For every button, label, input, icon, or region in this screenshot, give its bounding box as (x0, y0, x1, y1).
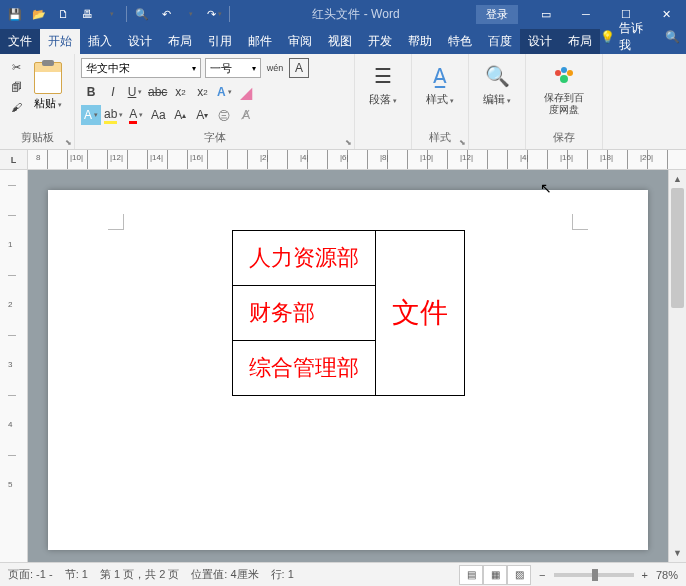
print-icon[interactable]: 🖶 (76, 3, 98, 25)
view-web-icon[interactable]: ▨ (507, 565, 531, 585)
document-area: — — 1 — 2 — 3 — 4 — 5 人力资源部 文件 财务部 综合管理部 (0, 170, 686, 562)
undo-icon[interactable]: ↶ (155, 3, 177, 25)
subscript-button[interactable]: x2 (170, 82, 190, 102)
qat-more-icon[interactable] (100, 3, 122, 25)
login-button[interactable]: 登录 (476, 5, 518, 24)
status-pages[interactable]: 第 1 页，共 2 页 (100, 567, 179, 582)
tab-help[interactable]: 帮助 (400, 29, 440, 54)
tab-home[interactable]: 开始 (40, 29, 80, 54)
svg-point-3 (560, 75, 568, 83)
tab-special[interactable]: 特色 (440, 29, 480, 54)
tab-table-layout[interactable]: 布局 (560, 29, 600, 54)
font-name-select[interactable]: 华文中宋▾ (81, 58, 201, 78)
svg-point-1 (561, 67, 567, 73)
phonetic-icon[interactable]: wén (265, 58, 285, 78)
paste-button[interactable]: 粘贴 (28, 58, 68, 116)
paragraph-button[interactable]: ☰ 段落 (361, 58, 405, 111)
zoom-slider[interactable] (554, 573, 634, 577)
styles-button[interactable]: A̲ 样式 (418, 58, 462, 111)
window-title: 红头文件 - Word (236, 6, 476, 23)
shrink-font-button[interactable]: A▾ (192, 105, 212, 125)
tab-mailings[interactable]: 邮件 (240, 29, 280, 54)
new-icon[interactable]: 🗋 (52, 3, 74, 25)
zoom-out-icon[interactable]: − (539, 569, 545, 581)
zoom-in-icon[interactable]: + (642, 569, 648, 581)
tab-baidu[interactable]: 百度 (480, 29, 520, 54)
clipboard-group-label: 剪贴板 (6, 128, 68, 145)
tab-developer[interactable]: 开发 (360, 29, 400, 54)
change-case-button[interactable]: Aa (148, 105, 168, 125)
tab-insert[interactable]: 插入 (80, 29, 120, 54)
tab-file[interactable]: 文件 (0, 29, 40, 54)
editing-button[interactable]: 🔍 编辑 (475, 58, 519, 111)
open-icon[interactable]: 📂 (28, 3, 50, 25)
ribbon-options-icon[interactable]: ▭ (526, 0, 566, 28)
table-row[interactable]: 人力资源部 文件 (232, 231, 464, 286)
qat-separator (229, 6, 230, 22)
document-scroll[interactable]: 人力资源部 文件 财务部 综合管理部 (28, 170, 668, 562)
tell-me-text[interactable]: 告诉我 (619, 20, 649, 54)
format-painter-icon[interactable]: 🖌 (6, 98, 26, 116)
zoom-level[interactable]: 78% (656, 569, 678, 581)
underline-button[interactable]: U (125, 82, 145, 102)
font-size-select[interactable]: 一号▾ (205, 58, 261, 78)
text-effects-button[interactable]: A (214, 82, 234, 102)
clear-format-button[interactable]: A̸ (236, 105, 256, 125)
scroll-up-icon[interactable]: ▲ (669, 170, 686, 188)
ribbon-tabs: 文件 开始 插入 设计 布局 引用 邮件 审阅 视图 开发 帮助 特色 百度 设… (0, 28, 686, 54)
tab-table-design[interactable]: 设计 (520, 29, 560, 54)
table-cell-merged[interactable]: 文件 (375, 231, 464, 396)
status-line[interactable]: 行: 1 (271, 567, 294, 582)
eraser-icon[interactable]: ◢ (236, 82, 256, 102)
table-cell[interactable]: 综合管理部 (232, 341, 375, 396)
scroll-down-icon[interactable]: ▼ (669, 544, 686, 562)
tab-review[interactable]: 审阅 (280, 29, 320, 54)
ruler-corner[interactable]: L (0, 150, 28, 170)
lightbulb-icon[interactable]: 💡 (600, 30, 615, 44)
char-shading-button[interactable]: A (81, 105, 101, 125)
preview-icon[interactable]: 🔍 (131, 3, 153, 25)
grow-font-button[interactable]: A▴ (170, 105, 190, 125)
font-expand-icon[interactable]: ⬊ (345, 138, 352, 147)
tab-view[interactable]: 视图 (320, 29, 360, 54)
styles-expand-icon[interactable]: ⬊ (459, 138, 466, 147)
document-table[interactable]: 人力资源部 文件 财务部 综合管理部 (232, 230, 465, 396)
table-cell[interactable]: 财务部 (232, 286, 375, 341)
editing-group: 🔍 编辑 (469, 54, 526, 149)
view-read-icon[interactable]: ▤ (459, 565, 483, 585)
status-position[interactable]: 位置值: 4厘米 (191, 567, 258, 582)
baidu-cloud-icon (550, 62, 578, 90)
baidu-group-label: 保存 (532, 128, 596, 145)
tab-references[interactable]: 引用 (200, 29, 240, 54)
status-page-pos[interactable]: 页面: -1 - (8, 567, 53, 582)
ruler-track[interactable]: 8 |10| |12| |14| |16| |2| |4| |6| |8| |1… (28, 150, 686, 170)
status-section[interactable]: 节: 1 (65, 567, 88, 582)
tab-design[interactable]: 设计 (120, 29, 160, 54)
italic-button[interactable]: I (103, 82, 123, 102)
superscript-button[interactable]: x2 (192, 82, 212, 102)
strike-button[interactable]: abc (147, 82, 168, 102)
styles-group: A̲ 样式 样式 ⬊ (412, 54, 469, 149)
bold-button[interactable]: B (81, 82, 101, 102)
share-icon[interactable]: 🔍 (665, 30, 680, 44)
view-print-icon[interactable]: ▦ (483, 565, 507, 585)
scroll-track[interactable] (669, 188, 686, 544)
copy-icon[interactable]: 🗐 (6, 78, 26, 96)
table-cell[interactable]: 人力资源部 (232, 231, 375, 286)
page[interactable]: 人力资源部 文件 财务部 综合管理部 (48, 190, 648, 550)
font-color-button[interactable]: A (126, 105, 146, 125)
char-border-icon[interactable]: A (289, 58, 309, 78)
vertical-ruler[interactable]: — — 1 — 2 — 3 — 4 — 5 (0, 170, 28, 562)
save-baidu-button[interactable]: 保存到百度网盘 (532, 58, 596, 120)
cut-icon[interactable]: ✂ (6, 58, 26, 76)
vertical-scrollbar[interactable]: ▲ ▼ (668, 170, 686, 562)
save-icon[interactable]: 💾 (4, 3, 26, 25)
redo-icon[interactable]: ↷ (203, 3, 225, 25)
highlight-button[interactable]: ab (103, 105, 124, 125)
clipboard-expand-icon[interactable]: ⬊ (65, 138, 72, 147)
horizontal-ruler[interactable]: L 8 |10| |12| |14| |16| |2| |4| |6| |8| … (0, 150, 686, 170)
tab-layout[interactable]: 布局 (160, 29, 200, 54)
enclose-char-button[interactable]: ㊂ (214, 105, 234, 125)
scroll-thumb[interactable] (671, 188, 684, 308)
undo-more-icon[interactable] (179, 3, 201, 25)
